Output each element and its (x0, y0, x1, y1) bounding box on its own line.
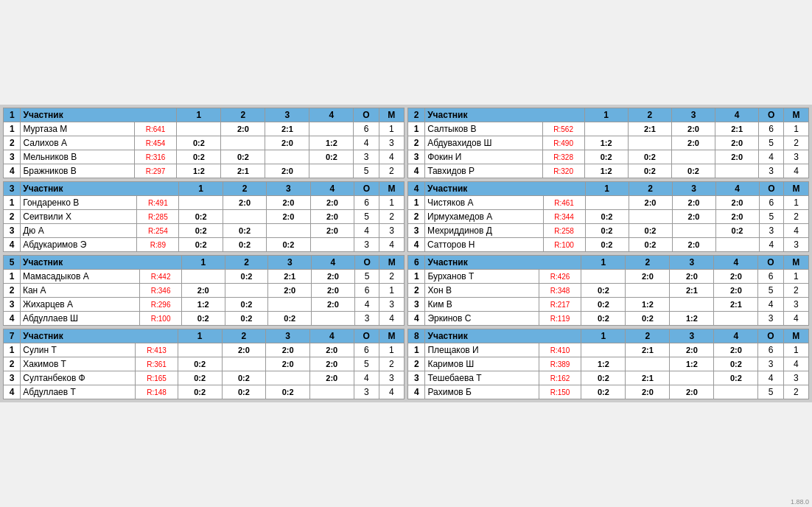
match-cell (267, 224, 310, 238)
match-cell (581, 343, 626, 357)
group-7-col-3: 3 (266, 329, 310, 343)
match-cell (581, 270, 626, 284)
player-rating: R:413 (136, 343, 178, 357)
match-cell: 2:0 (715, 136, 759, 150)
player-place: 4 (784, 164, 809, 178)
match-cell: 1:2 (177, 164, 221, 178)
player-points: 3 (758, 357, 783, 371)
group-2-col-4: 4 (715, 108, 759, 122)
match-cell: 2:1 (626, 371, 670, 385)
group-6-col-4: 4 (714, 256, 758, 270)
player-place: 4 (379, 312, 405, 326)
match-cell (670, 371, 714, 385)
match-cell: 0:2 (585, 210, 629, 224)
group-5-col-1: 1 (181, 256, 225, 270)
player-points: 3 (354, 312, 379, 326)
group-4-col-3: 3 (672, 182, 715, 196)
group-3-col-1: 1 (179, 182, 223, 196)
match-cell: 0:2 (309, 150, 354, 164)
player-points: 6 (354, 196, 379, 210)
match-cell (715, 164, 759, 178)
group-6-wrapper: 6Участник1234ОМ1Бурханов ТR:4262:02:02:0… (407, 255, 809, 326)
group-8-number: 8 (408, 329, 425, 343)
group-6-col-1: 1 (581, 256, 626, 270)
group-3-col-3: 3 (267, 182, 310, 196)
group-7-col-4: 4 (309, 329, 354, 343)
match-cell: 2:0 (714, 343, 758, 357)
player-place: 4 (783, 312, 808, 326)
match-cell: 0:2 (178, 371, 222, 385)
player-name: Жихарцев А (20, 298, 139, 312)
player-name: Абдуллаев Ш (20, 312, 139, 326)
player-points: 6 (354, 122, 379, 136)
player-number: 1 (408, 343, 425, 357)
group-2-col-М: М (784, 108, 809, 122)
group-3-col-О: О (354, 182, 379, 196)
player-name: Султанбеков Ф (21, 371, 136, 385)
match-cell: 0:2 (584, 150, 628, 164)
player-points: 5 (759, 136, 784, 150)
match-cell: 2:0 (715, 196, 759, 210)
group-5-col-4: 4 (312, 256, 355, 270)
player-place: 2 (783, 284, 808, 298)
player-place: 3 (379, 224, 404, 238)
player-name: Тешебаева Т (425, 371, 539, 385)
match-cell: 0:2 (177, 136, 221, 150)
match-cell: 0:2 (585, 238, 629, 252)
group-3-col-2: 2 (223, 182, 266, 196)
player-number: 1 (408, 270, 425, 284)
match-cell: 0:2 (581, 371, 626, 385)
match-cell: 2:0 (265, 136, 309, 150)
player-name: Эркинов С (425, 312, 539, 326)
player-rating: R:150 (539, 385, 581, 399)
player-number: 4 (408, 238, 425, 252)
player-name: Плещаков И (425, 343, 539, 357)
match-cell: 2:0 (670, 385, 714, 399)
group-2-participant-header: Участник (425, 108, 584, 122)
group-5-col-3: 3 (268, 256, 312, 270)
match-cell: 0:2 (177, 150, 221, 164)
player-name: Сеитвили Х (21, 210, 137, 224)
match-cell (629, 210, 672, 224)
table-row: 3Мехриддинов ДR:2580:20:20:234 (408, 224, 809, 238)
player-rating: R:641 (134, 122, 177, 136)
table-row: 3Тешебаева ТR:1620:22:10:243 (408, 371, 809, 385)
group-2-col-2: 2 (628, 108, 671, 122)
table-row: 2Хон ВR:3480:22:12:052 (408, 284, 809, 298)
player-rating: R:562 (542, 122, 584, 136)
player-name: Ким В (425, 298, 539, 312)
match-cell: 0:2 (671, 164, 715, 178)
group-7-wrapper: 7Участник1234ОМ1Сулин ТR:4132:02:02:0612… (3, 329, 405, 399)
player-number: 4 (4, 164, 21, 178)
match-cell: 0:2 (178, 385, 222, 399)
group-4-col-О: О (759, 182, 784, 196)
group-6-col-М: М (783, 256, 808, 270)
match-cell (714, 312, 758, 326)
player-number: 4 (4, 385, 21, 399)
player-name: Муртаза М (21, 122, 134, 136)
player-place: 1 (379, 122, 404, 136)
player-place: 3 (379, 298, 405, 312)
player-points: 4 (759, 150, 784, 164)
player-name: Фокин И (425, 150, 543, 164)
match-cell: 2:0 (221, 122, 265, 136)
player-number: 4 (408, 312, 425, 326)
player-place: 1 (784, 196, 809, 210)
player-rating: R:328 (542, 150, 584, 164)
player-rating: R:162 (539, 371, 581, 385)
player-rating: R:346 (140, 284, 182, 298)
player-rating: R:410 (539, 343, 581, 357)
player-place: 1 (783, 270, 808, 284)
table-row: 4Бражников ВR:2971:22:12:052 (4, 164, 405, 178)
player-points: 4 (354, 224, 379, 238)
player-place: 2 (379, 357, 404, 371)
player-points: 4 (354, 298, 379, 312)
group-4-wrapper: 4Участник1234ОМ1Чистяков АR:4612:02:02:0… (407, 181, 809, 252)
group-4-number: 4 (408, 182, 425, 196)
player-points: 3 (354, 385, 379, 399)
player-rating: R:344 (543, 210, 585, 224)
player-place: 3 (784, 150, 809, 164)
player-rating: R:89 (137, 238, 179, 252)
match-cell: 2:0 (715, 150, 759, 164)
player-rating: R:426 (539, 270, 581, 284)
